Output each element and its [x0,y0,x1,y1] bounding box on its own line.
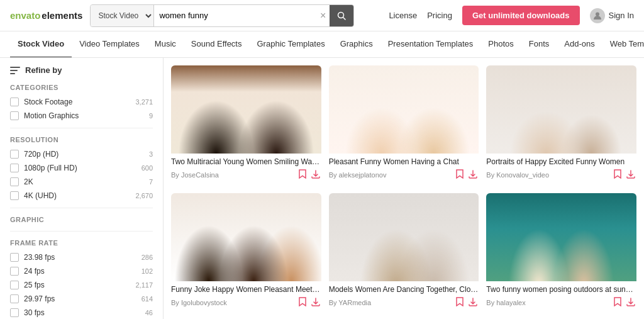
nav-item-web-templates[interactable]: Web Templates [602,31,644,58]
card-title-5: Models Women Are Dancing Together, Close… [329,285,479,294]
download-button-5[interactable] [467,296,479,310]
checkbox-motion-graphics[interactable] [10,111,19,120]
checkbox-2398fps[interactable] [10,253,19,262]
card-title-6: Two funny women posing outdoors at sunny… [486,285,636,294]
label-24fps: 24 fps [24,267,136,276]
logo[interactable]: envatoelements [10,10,82,21]
filter-icon [10,67,20,74]
video-card-3: Portraits of Happy Excited Funny Women B… [486,65,636,186]
card-actions-6 [613,296,636,310]
logo-elements: elements [42,10,82,21]
unlimited-downloads-button[interactable]: Get unlimited downloads [462,6,580,25]
count-30fps: 46 [145,309,153,316]
count-stock-footage: 3,271 [135,98,153,106]
checkbox-2997fps[interactable] [10,294,19,303]
nav-item-presentation-templates[interactable]: Presentation Templates [380,31,481,58]
card-title-2: Pleasant Funny Women Having a Chat [329,157,479,166]
main-content: Refine by Categories Stock Footage 3,271… [0,58,644,319]
download-icon-5 [469,298,477,306]
card-thumb-4[interactable] [171,193,321,281]
graphic-section-title: Graphic [10,216,153,223]
bookmark-button-2[interactable] [455,168,465,182]
count-2997fps: 614 [142,295,153,303]
license-link[interactable]: License [389,11,417,20]
nav-item-fonts[interactable]: Fonts [521,31,557,58]
video-card-5: Models Women Are Dancing Together, Close… [329,193,479,313]
pricing-link[interactable]: Pricing [427,11,452,20]
card-actions-4 [297,296,321,310]
bookmark-button-1[interactable] [297,168,308,182]
card-actions-3 [613,168,636,182]
nav-item-sound-effects[interactable]: Sound Effects [184,31,250,58]
nav-item-graphics[interactable]: Graphics [333,31,380,58]
card-thumb-5[interactable] [329,193,479,281]
checkbox-24fps[interactable] [10,267,19,276]
card-thumb-1[interactable] [171,65,321,154]
filter-stock-footage: Stock Footage 3,271 [10,98,153,106]
card-actions-1 [297,168,321,182]
search-bar: Stock Video Photos Music × [90,4,354,27]
card-meta-2: By aleksejplatonov [329,168,479,182]
bookmark-icon-6 [614,297,621,306]
label-25fps: 25 fps [24,281,130,289]
count-720p: 3 [149,150,153,158]
nav-item-music[interactable]: Music [147,31,184,58]
download-button-4[interactable] [310,296,321,310]
divider-2 [10,208,153,208]
search-submit-button[interactable] [330,5,353,26]
download-button-1[interactable] [310,169,321,182]
card-actions-2 [455,168,479,182]
checkbox-4k[interactable] [10,191,19,200]
signin-button[interactable]: Sign In [590,8,634,23]
checkbox-30fps[interactable] [10,308,19,317]
count-2398fps: 286 [142,254,153,261]
card-author-6: By halayalex [486,299,613,306]
label-1080p: 1080p (Full HD) [24,164,136,172]
filter-2398fps: 23.98 fps 286 [10,253,153,262]
nav-item-video-templates[interactable]: Video Templates [72,31,147,58]
nav-item-stock-video[interactable]: Stock Video [10,31,72,58]
label-2k: 2K [24,177,144,186]
label-stock-footage: Stock Footage [24,98,130,106]
label-30fps: 30 fps [24,308,140,317]
card-thumb-6[interactable] [486,193,636,281]
checkbox-720p[interactable] [10,150,19,159]
filter-line-2 [10,70,18,71]
resolution-section-title: Resolution [10,136,153,143]
refine-label: Refine by [25,65,62,75]
bookmark-button-4[interactable] [297,296,308,310]
download-button-3[interactable] [625,169,636,182]
sidebar: Refine by Categories Stock Footage 3,271… [0,58,164,319]
card-meta-1: By JoseCalsina [171,168,321,182]
search-type-select[interactable]: Stock Video Photos Music [91,5,154,26]
checkbox-stock-footage[interactable] [10,98,19,106]
card-thumb-3[interactable] [486,65,636,154]
bookmark-icon-4 [299,297,306,306]
checkbox-25fps[interactable] [10,281,19,289]
filter-line-3 [10,73,15,74]
checkbox-2k[interactable] [10,177,19,186]
bookmark-button-5[interactable] [455,296,465,310]
search-clear-button[interactable]: × [316,10,330,21]
video-card-6: Two funny women posing outdoors at sunny… [486,193,636,313]
nav-item-photos[interactable]: Photos [480,31,521,58]
label-720p: 720p (HD) [24,150,144,159]
checkbox-1080p[interactable] [10,164,19,172]
categories-section-title: Categories [10,84,153,91]
download-button-6[interactable] [625,296,636,310]
download-icon-1 [311,170,320,179]
download-icon-2 [469,170,477,179]
download-icon-4 [311,298,320,306]
download-icon-6 [626,298,635,306]
nav-item-graphic-templates[interactable]: Graphic Templates [250,31,333,58]
label-motion-graphics: Motion Graphics [24,111,144,120]
bookmark-button-3[interactable] [613,168,623,182]
filter-30fps: 30 fps 46 [10,308,153,317]
card-thumb-2[interactable] [329,65,479,154]
download-button-2[interactable] [467,169,479,182]
bookmark-button-6[interactable] [613,296,623,310]
count-motion-graphics: 9 [149,112,153,120]
nav-item-addons[interactable]: Add-ons [557,31,602,58]
search-input[interactable] [154,5,316,26]
filter-25fps: 25 fps 2,117 [10,281,153,289]
